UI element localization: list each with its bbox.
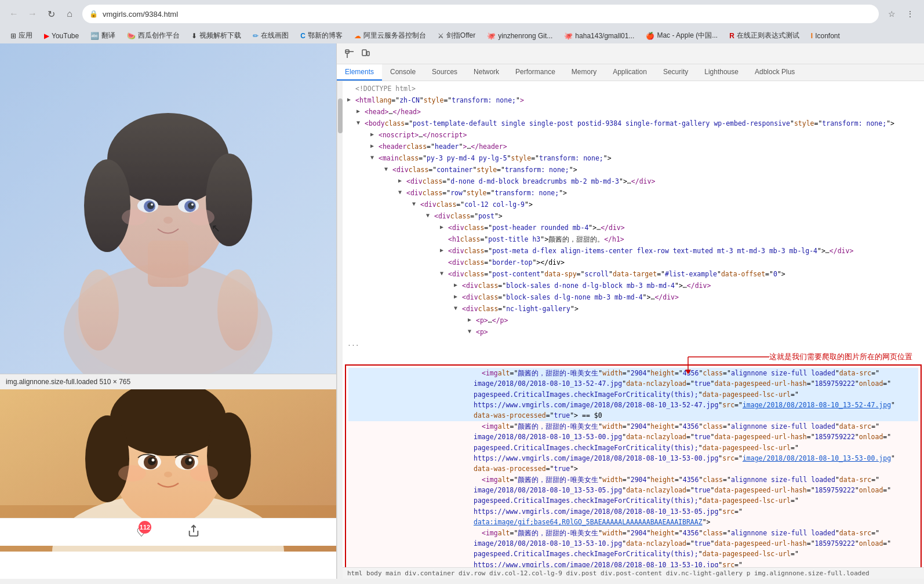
code-line-breadcrumbs: ▶ <div class="d-none d-md-block breadcru…: [343, 176, 924, 188]
github2-icon: 🐙: [564, 32, 573, 40]
bookmark-github2[interactable]: 🐙 haha143/gmall01...: [559, 31, 639, 41]
code-line-ellipsis: ...: [343, 338, 924, 350]
code-line-img1[interactable]: <img alt="颜酱的，甜甜的-唯美女生" width="2904" hei…: [348, 368, 918, 421]
bookmark-github1[interactable]: 🐙 yinzhenrong Git...: [482, 31, 557, 41]
tab-application[interactable]: Application: [605, 64, 655, 81]
refresh-button[interactable]: ↻: [43, 6, 59, 22]
device-toolbar-button[interactable]: [358, 46, 374, 62]
youtube-icon: ▶: [44, 32, 49, 40]
photo-svg: ↖: [0, 43, 336, 374]
bookmark-regex[interactable]: R 在线正则表达式测试: [725, 30, 804, 42]
offer-icon: ⚔: [438, 32, 444, 40]
scrollbar-thumb[interactable]: [338, 98, 343, 133]
code-panel[interactable]: <!DOCTYPE html> ▶ <html lang="zh-CN" sty…: [343, 81, 924, 567]
tab-sources[interactable]: Sources: [424, 64, 465, 81]
bookmark-apple[interactable]: 🍎 Mac - Apple (中国...: [641, 30, 722, 42]
code-line-h1: <h1 class="post-title h3"> 颜酱的，甜甜的。 </h1…: [343, 234, 924, 246]
tab-console[interactable]: Console: [382, 64, 424, 81]
code-line-doctype: <!DOCTYPE html>: [343, 83, 924, 95]
code-line-container: ▼ <div class="container" style="transfor…: [343, 165, 924, 176]
code-line-img4: <img alt="颜酱的，甜甜的-唯美女生" width="2904" hei…: [348, 528, 918, 567]
bookmarks-bar: ⊞ 应用 ▶ YouTube 🔤 翻译 🍉 西瓜创作平台 ⬇ 视频解析下载 ✏ …: [0, 28, 924, 43]
share-icon: [187, 524, 200, 537]
bookmark-button[interactable]: ☆: [883, 6, 900, 22]
address-text: vmgirls.com/9384.html: [103, 10, 872, 19]
draw-icon: ✏: [253, 32, 259, 40]
apps-icon: ⊞: [10, 32, 16, 40]
bookmark-iconfont[interactable]: I Iconfont: [806, 31, 845, 41]
home-button[interactable]: ⌂: [61, 6, 78, 22]
tab-memory[interactable]: Memory: [563, 64, 605, 81]
inspect-element-button[interactable]: [341, 46, 358, 62]
code-line-gallery: ▼ <div class="nc-light-gallery">: [343, 304, 924, 315]
address-bar[interactable]: 🔒 vmgirls.com/9384.html: [82, 5, 879, 23]
bookmark-video[interactable]: ⬇ 视频解析下载: [187, 30, 246, 42]
website-bottom-image: ♡ 112: [0, 389, 336, 552]
tab-performance[interactable]: Performance: [507, 64, 563, 81]
annotation-arrow: [653, 351, 769, 374]
svg-rect-48: [367, 52, 369, 56]
code-line-p2: ▼ <p>: [343, 327, 924, 338]
translate-icon: 🔤: [90, 32, 99, 40]
tab-network[interactable]: Network: [465, 64, 507, 81]
code-line-post-meta: ▶ <div class="post-meta d-flex align-ite…: [343, 246, 924, 257]
code-line-border-top: <div class="border-top"></div>: [343, 257, 924, 269]
code-line-img3: <img alt="颜酱的，甜甜的-唯美女生" width="2904" hei…: [348, 475, 918, 528]
bookmark-xigua[interactable]: 🍉 西瓜创作平台: [122, 30, 184, 42]
img-src-link-2[interactable]: image/2018/08/2018-08-10_13-53-00.jpg: [743, 453, 891, 463]
menu-button[interactable]: ⋮: [902, 6, 918, 22]
bookmark-aliyun[interactable]: ☁ 阿里云服务器控制台: [350, 30, 431, 42]
bookmark-blog[interactable]: C 鄂新的博客: [296, 30, 347, 42]
code-line-block-sales-1: ▶ <div class="block-sales d-none d-lg-bl…: [343, 280, 924, 292]
code-line-post-header: ▶ <div class="post-header rounded mb-4">…: [343, 222, 924, 234]
bookmark-youtube[interactable]: ▶ YouTube: [39, 31, 83, 41]
tab-security[interactable]: Security: [655, 64, 696, 81]
svg-text:↖: ↖: [212, 222, 220, 234]
svg-marker-51: [685, 370, 691, 374]
regex-icon: R: [729, 32, 734, 40]
code-line-p1: ▶ <p>…</p>: [343, 315, 924, 327]
browser-nav-buttons: ← → ↻ ⌂: [6, 6, 78, 22]
github1-icon: 🐙: [487, 32, 496, 40]
iconfont-icon: I: [811, 32, 813, 40]
tab-adblock[interactable]: Adblock Plus: [747, 64, 803, 81]
img-src-link-1[interactable]: image/2018/08/2018-08-10_13-52-47.jpg: [743, 400, 891, 410]
code-line-block-sales-2: ▶ <div class="block-sales d-lg-none mb-3…: [343, 292, 924, 304]
apple-icon: 🍎: [646, 32, 654, 40]
image-info-text: img.alignnone.size-full.loaded 510 × 765: [6, 378, 130, 386]
highlighted-section: 这就是我们需要爬取的图片所在的网页位置: [343, 351, 924, 567]
like-button[interactable]: ♡ 112: [136, 525, 147, 539]
devtools-body: <!DOCTYPE html> ▶ <html lang="zh-CN" sty…: [337, 81, 924, 579]
main-area: ↖ img.alignnone.size-full.loaded 510 × 7…: [0, 43, 924, 579]
back-button[interactable]: ←: [6, 6, 22, 22]
code-line-noscript: ▶ <noscript>…</noscript>: [343, 130, 924, 141]
bookmark-apps[interactable]: ⊞ 应用: [6, 30, 37, 42]
bookmark-translate[interactable]: 🔤 翻译: [86, 30, 120, 42]
blog-icon: C: [300, 32, 305, 40]
website-action-bar: ♡ 112: [0, 518, 336, 546]
img-src-link-3[interactable]: data:image/gif;base64,R0lGO_5BAEAAAAALAA…: [474, 517, 703, 527]
code-line-post: ▼ <div class="post">: [343, 211, 924, 222]
svg-rect-47: [362, 50, 366, 56]
status-breadcrumb: html body main div.container div.row div…: [347, 570, 870, 577]
code-line-row: ▼ <div class="row" style="transform: non…: [343, 188, 924, 199]
vertical-scrollbar[interactable]: [337, 81, 343, 579]
bookmark-draw[interactable]: ✏ 在线画图: [248, 30, 293, 42]
code-line-col: ▼ <div class="col-12 col-lg-9">: [343, 199, 924, 211]
tab-lighthouse[interactable]: Lighthouse: [696, 64, 747, 81]
xigua-icon: 🍉: [127, 32, 136, 40]
like-count: 112: [139, 521, 151, 534]
devtools-status-bar: html body main div.container div.row div…: [343, 567, 924, 579]
devtools-content: <!DOCTYPE html> ▶ <html lang="zh-CN" sty…: [337, 81, 924, 579]
devtools-toolbar: [337, 43, 924, 64]
code-line-body: ▼ <body class="post-template-default sin…: [343, 118, 924, 130]
browser-chrome: ← → ↻ ⌂ 🔒 vmgirls.com/9384.html ☆ ⋮ ⊞ 应用…: [0, 0, 924, 43]
bookmark-offer[interactable]: ⚔ 剑指Offer: [433, 30, 480, 42]
highlighted-code-block: <img alt="颜酱的，甜甜的-唯美女生" width="2904" hei…: [345, 364, 922, 567]
device-icon: [361, 49, 370, 59]
share-button[interactable]: [187, 524, 200, 540]
tab-elements[interactable]: Elements: [337, 64, 382, 81]
lock-icon: 🔒: [89, 10, 98, 18]
forward-button[interactable]: →: [24, 6, 41, 22]
website-top-image: ↖: [0, 43, 336, 374]
